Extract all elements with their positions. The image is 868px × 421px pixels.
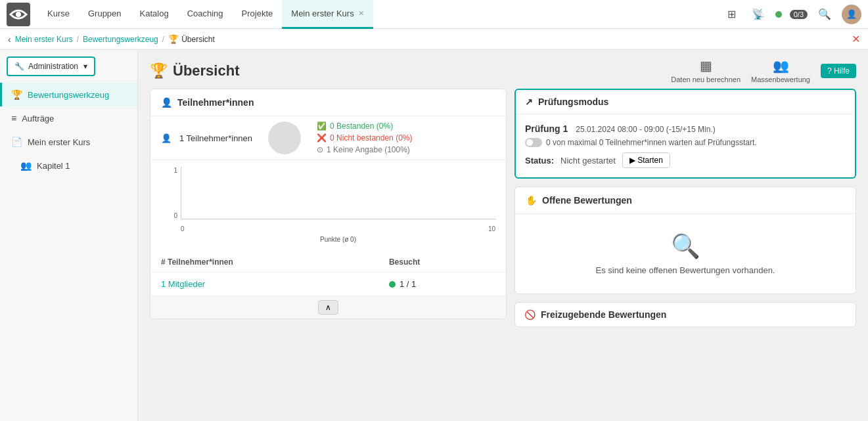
nav-kurse[interactable]: Kurse xyxy=(38,0,79,29)
tab-close-icon[interactable]: ✕ xyxy=(358,9,364,18)
prufungsmodus-body: Prüfung 1 25.01.2024 08:00 - 09:00 (-15/… xyxy=(516,114,855,177)
search-icon[interactable]: 🔍 xyxy=(815,5,834,24)
prufung-title-row: Prüfung 1 25.01.2024 08:00 - 09:00 (-15/… xyxy=(525,123,846,134)
y-axis: 1 0 xyxy=(161,167,177,219)
nav-items: Kurse Gruppen Katalog Coaching Projekte … xyxy=(38,0,723,29)
prufungsmodus-header: ↗ Prüfungsmodus xyxy=(516,90,855,114)
sidebar: 🔧 Administration ▾ 🏆 Bewertungswerkzeug … xyxy=(0,50,138,421)
nav-coaching[interactable]: Coaching xyxy=(178,0,233,29)
svg-point-1 xyxy=(16,12,21,17)
stats-col: ✅ 0 Bestanden (0%) ❌ 0 Nicht bestanden (… xyxy=(317,122,412,154)
search-hand-icon: 🔍 xyxy=(526,233,845,260)
exam-icon: ↗ xyxy=(525,97,533,107)
nav-projekte[interactable]: Projekte xyxy=(233,0,283,29)
online-indicator xyxy=(775,11,782,18)
offene-bewertungen-card: ✋ Offene Bewertungen 🔍 Es sind keine off… xyxy=(514,187,856,294)
top-nav: Kurse Gruppen Katalog Coaching Projekte … xyxy=(0,0,868,29)
massenbewertung-btn[interactable]: 👥 Massenbewertung xyxy=(751,58,810,83)
offene-bewertungen-header: ✋ Offene Bewertungen xyxy=(515,187,856,214)
green-dot xyxy=(389,281,396,288)
stat-nicht-bestanden: ❌ 0 Nicht bestanden (0%) xyxy=(317,133,412,143)
collapse-button[interactable]: ∧ xyxy=(318,300,338,315)
prufung-status-row: Status: Nicht gestartet ▶ Starten xyxy=(525,152,846,168)
header-actions: ▦ Daten neu berechnen 👥 Massenbewertung … xyxy=(671,58,856,83)
teilnehmer-row: 👤 1 Teilnehmer*innen ✅ 0 Bestanden (0%) … xyxy=(150,116,506,160)
content-columns: 👤 Teilnehmer*innen 👤 1 Teilnehmer*innen … xyxy=(138,89,868,335)
sidebar-item-mein-kurs[interactable]: 📄 Mein erster Kurs xyxy=(0,130,137,154)
besucht-cell: 1 / 1 xyxy=(389,279,495,289)
toggle-icon[interactable] xyxy=(525,138,542,147)
trophy-icon: 🏆 xyxy=(11,89,22,100)
sidebar-item-auftraege[interactable]: ≡ Aufträge xyxy=(0,106,137,130)
breadcrumb-sep-1: / xyxy=(77,35,79,44)
sidebar-item-kapitel[interactable]: 👥 Kapitel 1 xyxy=(0,154,137,177)
avatar[interactable]: 👤 xyxy=(842,5,861,24)
main-content: 🏆 Übersicht ▦ Daten neu berechnen 👥 Mass… xyxy=(138,50,868,421)
list-icon: ≡ xyxy=(11,113,16,123)
hilfe-button[interactable]: ? Hilfe xyxy=(821,64,856,78)
left-column: 👤 Teilnehmer*innen 👤 1 Teilnehmer*innen … xyxy=(150,89,507,327)
prufungsmodus-card: ↗ Prüfungsmodus Prüfung 1 25.01.2024 08:… xyxy=(514,89,856,179)
nav-mein-kurs[interactable]: Mein erster Kurs ✕ xyxy=(282,0,373,29)
nav-katalog[interactable]: Katalog xyxy=(131,0,178,29)
wrench-icon: 🔧 xyxy=(14,62,24,71)
hand-icon: ✋ xyxy=(526,195,537,206)
stat-keine-angabe: ⊙ 1 Keine Angabe (100%) xyxy=(317,145,412,154)
check-icon: ✅ xyxy=(317,122,327,131)
course-icon: 📄 xyxy=(11,137,22,147)
user-icon: 👤 xyxy=(161,97,172,108)
teilnehmer-card: 👤 Teilnehmer*innen 👤 1 Teilnehmer*innen … xyxy=(150,89,507,319)
starten-button[interactable]: ▶ Starten xyxy=(622,152,670,168)
daten-neu-berechnen-btn[interactable]: ▦ Daten neu berechnen xyxy=(671,58,741,83)
logo-icon[interactable] xyxy=(7,3,30,26)
page-title: 🏆 Übersicht xyxy=(150,62,239,79)
right-column: ↗ Prüfungsmodus Prüfung 1 25.01.2024 08:… xyxy=(514,89,856,327)
prufung-waiting: 0 von maximal 0 Teilnehmer*innen warten … xyxy=(525,138,846,147)
teilnehmer-header: 👤 Teilnehmer*innen xyxy=(150,89,506,116)
chart-inner xyxy=(181,167,495,219)
nav-right: ⊞ 📡 0/3 🔍 👤 xyxy=(723,5,861,24)
participant-avatar xyxy=(268,122,301,154)
breadcrumb-home[interactable]: Mein erster Kurs xyxy=(15,35,73,44)
group-icon: 👥 xyxy=(773,58,789,74)
breadcrumb-bewertung[interactable]: Bewertungswerkzeug xyxy=(83,35,158,44)
breadcrumb-current: 🏆 Übersicht xyxy=(168,34,215,44)
offene-bewertungen-empty: 🔍 Es sind keine offenen Bewertungen vorh… xyxy=(515,214,856,294)
admin-button[interactable]: 🔧 Administration ▾ xyxy=(7,56,95,76)
user-count-icon: 👤 xyxy=(161,133,171,143)
grid-icon[interactable]: ⊞ xyxy=(723,5,741,24)
chart-container: 1 0 0 10 Punkte (ø 0) xyxy=(161,167,495,233)
circle-icon: ⊙ xyxy=(317,145,323,154)
online-count: 0/3 xyxy=(790,10,808,19)
x-axis-label: Punkte (ø 0) xyxy=(181,236,495,243)
cross-icon: ❌ xyxy=(317,133,327,143)
chart-area: 1 0 0 10 Punkte (ø 0) xyxy=(150,160,506,252)
page-header: 🏆 Übersicht ▦ Daten neu berechnen 👥 Mass… xyxy=(138,50,868,89)
teilnehmer-table: # Teilnehmer*innen Besucht 1 Mitglieder xyxy=(150,252,506,296)
slash-icon: 🚫 xyxy=(524,309,536,320)
x-axis: 0 10 xyxy=(181,225,495,233)
row-name: 1 Mitglieder xyxy=(150,273,378,296)
col-besucht: Besucht xyxy=(378,252,506,273)
breadcrumb: ‹ Mein erster Kurs / Bewertungswerkzeug … xyxy=(0,29,868,50)
main-layout: 🔧 Administration ▾ 🏆 Bewertungswerkzeug … xyxy=(0,50,868,421)
breadcrumb-close-icon[interactable]: ✕ xyxy=(852,33,860,45)
collapse-row: ∧ xyxy=(150,296,506,319)
nav-gruppen[interactable]: Gruppen xyxy=(79,0,131,29)
table-row: 1 Mitglieder 1 / 1 xyxy=(150,273,506,296)
col-teilnehmer: # Teilnehmer*innen xyxy=(150,252,378,273)
page-trophy-icon: 🏆 xyxy=(150,62,168,79)
breadcrumb-sep-2: / xyxy=(162,35,164,44)
sidebar-item-bewertungswerkzeug[interactable]: 🏆 Bewertungswerkzeug xyxy=(0,83,137,106)
freizugebende-header[interactable]: 🚫 Freizugebende Bewertungen xyxy=(514,302,856,327)
calculator-icon: ▦ xyxy=(700,58,712,74)
stat-bestanden: ✅ 0 Bestanden (0%) xyxy=(317,122,412,131)
feed-icon[interactable]: 📡 xyxy=(749,5,767,24)
chapter-icon: 👥 xyxy=(20,160,32,171)
breadcrumb-back[interactable]: ‹ xyxy=(8,34,11,45)
row-besucht: 1 / 1 xyxy=(378,273,506,296)
